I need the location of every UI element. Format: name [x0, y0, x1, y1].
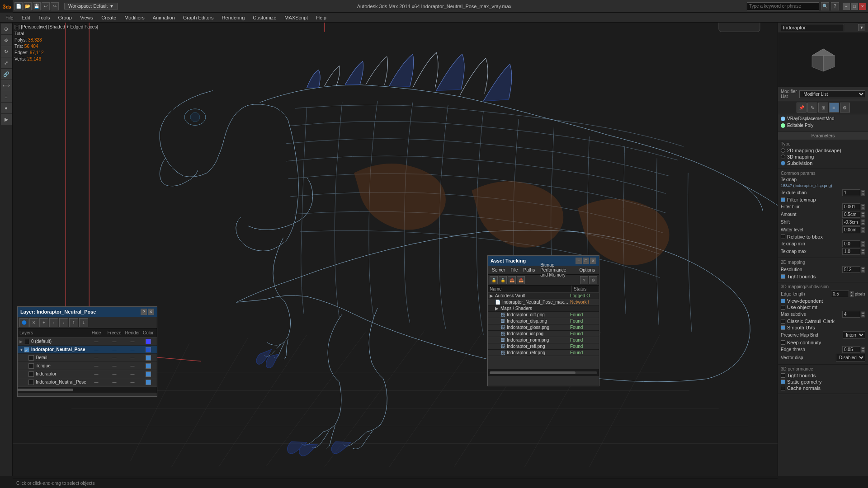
- view-dependent-row[interactable]: View-dependent: [781, 298, 865, 304]
- render-btn[interactable]: ▶: [1, 114, 12, 125]
- layer-btn-new[interactable]: +: [39, 318, 48, 327]
- radio-2d[interactable]: [781, 148, 785, 153]
- at-btn-2[interactable]: 🔓: [499, 276, 507, 284]
- tight-bounds-3d-checkbox[interactable]: [781, 373, 785, 378]
- menu-create[interactable]: Create: [98, 14, 120, 21]
- at-menu-bitmap[interactable]: Bitmap Performance and Memory: [538, 262, 576, 278]
- tight-bounds-3d-row[interactable]: Tight bounds: [781, 373, 865, 378]
- edge-thresh-input[interactable]: [842, 346, 860, 353]
- layer-row-default[interactable]: ▶ 0 (default) — — —: [18, 338, 157, 346]
- at-menu-file[interactable]: File: [508, 267, 520, 273]
- layer-row-detail[interactable]: Detail — — —: [18, 354, 157, 362]
- menu-customize[interactable]: Customize: [249, 14, 280, 21]
- use-object-mtl-checkbox[interactable]: [781, 305, 785, 310]
- menu-views[interactable]: Views: [76, 14, 97, 21]
- viewport[interactable]: [+] [Perspective] [Shaded + Edged Faces]…: [13, 23, 778, 476]
- texmap-max-up[interactable]: ▲: [861, 249, 865, 252]
- layers-scroll-thumb[interactable]: [18, 389, 73, 391]
- layer-btn-move-down[interactable]: ⇓: [79, 318, 88, 327]
- maximize-btn[interactable]: □: [851, 3, 858, 10]
- workspace-selector[interactable]: Workspace: Default ▼: [64, 3, 118, 9]
- edge-thresh-down[interactable]: ▼: [861, 350, 865, 353]
- type-3d-row[interactable]: 3D mapping: [781, 154, 865, 160]
- at-row-gloss[interactable]: 🖼 Indoraptor_gloss.png Found: [488, 324, 599, 331]
- modifier-vray-displacement[interactable]: VRayDisplacementMod: [779, 115, 867, 122]
- classic-catmull-row[interactable]: Classic Catmull-Clark: [781, 319, 865, 324]
- max-subdivs-down[interactable]: ▼: [861, 314, 865, 318]
- resolution-up[interactable]: ▲: [861, 267, 865, 270]
- max-subdivs-up[interactable]: ▲: [861, 311, 865, 314]
- save-btn[interactable]: 💾: [33, 2, 41, 10]
- menu-animation[interactable]: Animation: [149, 14, 179, 21]
- layer-checkbox-tongue[interactable]: [28, 363, 34, 369]
- menu-help[interactable]: Help: [312, 14, 330, 21]
- modifier-list-dropdown[interactable]: Modifier List: [799, 90, 865, 98]
- texture-chan-down[interactable]: ▼: [861, 193, 865, 196]
- search-input[interactable]: [747, 2, 819, 10]
- relative-bbox-checkbox[interactable]: [781, 235, 785, 239]
- new-btn[interactable]: 📄: [14, 2, 23, 10]
- layers-scrollbar[interactable]: [18, 386, 157, 393]
- texmap-min-down[interactable]: ▼: [861, 244, 865, 247]
- layer-checkbox-pose[interactable]: ✓: [24, 347, 29, 352]
- cache-normals-row[interactable]: Cache normals: [781, 385, 865, 391]
- open-btn[interactable]: 📂: [24, 2, 32, 10]
- redo-btn[interactable]: ↪: [51, 2, 59, 10]
- layer-row-indoraptor-pose[interactable]: ▼ ✓ Indoraptor_Neutral_Pose — — —: [18, 346, 157, 354]
- static-geometry-row[interactable]: Static geometry: [781, 379, 865, 385]
- search-icon[interactable]: 🔍: [821, 2, 829, 10]
- amount-up[interactable]: ▲: [861, 211, 865, 215]
- layer-btn-up[interactable]: ↑: [49, 318, 58, 327]
- at-btn-settings[interactable]: ⚙: [589, 276, 597, 284]
- texture-chan-up[interactable]: ▲: [861, 190, 865, 193]
- cache-normals-checkbox[interactable]: [781, 386, 785, 390]
- at-row-maxfile[interactable]: 📄 Indoraptor_Neutral_Pose_max_vray.max N…: [488, 299, 599, 305]
- layer-color-detail[interactable]: [142, 355, 155, 361]
- layer-row-indoraptor-pose2[interactable]: Indoraptor_Neutral_Pose — — —: [18, 378, 157, 386]
- layer-btn-move-up[interactable]: ⇑: [69, 318, 78, 327]
- use-object-mtl-row[interactable]: Use object mtl: [781, 305, 865, 310]
- filter-texmap-row[interactable]: Filter texmap: [781, 197, 865, 202]
- object-name-input[interactable]: [781, 24, 844, 31]
- at-row-ior[interactable]: 🖼 Indoraptor_ior.png Found: [488, 331, 599, 337]
- menu-file[interactable]: File: [2, 14, 17, 21]
- edge-length-down[interactable]: ▼: [849, 294, 854, 297]
- smooth-uvs-row[interactable]: Smooth UVs: [781, 325, 865, 330]
- texmap-max-down[interactable]: ▼: [861, 252, 865, 255]
- help-icon[interactable]: ?: [831, 2, 839, 10]
- layers-help-btn[interactable]: ?: [141, 309, 147, 315]
- texmap-max-input[interactable]: [842, 248, 860, 255]
- layer-btn-add[interactable]: 🔵: [19, 318, 28, 327]
- modifier-editable-poly[interactable]: Editable Poly: [779, 122, 867, 129]
- layer-btn-down[interactable]: ↓: [59, 318, 68, 327]
- static-geometry-checkbox[interactable]: [781, 380, 785, 384]
- layer-checkbox-indoraptor[interactable]: [28, 371, 34, 377]
- filter-blur-down[interactable]: ▼: [861, 207, 865, 210]
- at-menu-options[interactable]: Options: [577, 267, 597, 273]
- at-restore-btn[interactable]: □: [583, 258, 589, 264]
- snap-btn[interactable]: 🔗: [1, 69, 12, 80]
- type-2d-row[interactable]: 2D mapping (landscape): [781, 148, 865, 153]
- layer-color-default[interactable]: [142, 339, 155, 344]
- radio-3d[interactable]: [781, 155, 785, 159]
- menu-graph-editors[interactable]: Graph Editors: [179, 14, 217, 21]
- edge-length-input[interactable]: [831, 291, 849, 297]
- at-row-disp[interactable]: 🖼 Indoraptor_disp.png Found: [488, 318, 599, 324]
- edge-length-up[interactable]: ▲: [849, 291, 854, 294]
- type-subdiv-row[interactable]: Subdivision: [781, 160, 865, 166]
- menu-rendering[interactable]: Rendering: [218, 14, 249, 21]
- at-menu-paths[interactable]: Paths: [521, 267, 538, 273]
- at-row-refl[interactable]: 🖼 Indoraptor_refl.png Found: [488, 343, 599, 350]
- at-btn-help[interactable]: ?: [580, 276, 588, 284]
- amount-down[interactable]: ▼: [861, 215, 865, 218]
- filter-blur-up[interactable]: ▲: [861, 204, 865, 207]
- relative-bbox-row[interactable]: Relative to bbox: [781, 234, 865, 239]
- classic-catmull-checkbox[interactable]: [781, 319, 785, 324]
- at-row-refr[interactable]: 🖼 Indoraptor_refr.png Found: [488, 350, 599, 356]
- mod-icon-2[interactable]: ✎: [807, 103, 817, 113]
- layer-checkbox-default[interactable]: [24, 339, 29, 344]
- preserve-map-bnd-select[interactable]: Interr: [843, 331, 865, 339]
- select-btn[interactable]: ⊕: [1, 23, 12, 34]
- texmap-min-up[interactable]: ▲: [861, 241, 865, 244]
- menu-tools[interactable]: Tools: [35, 14, 54, 21]
